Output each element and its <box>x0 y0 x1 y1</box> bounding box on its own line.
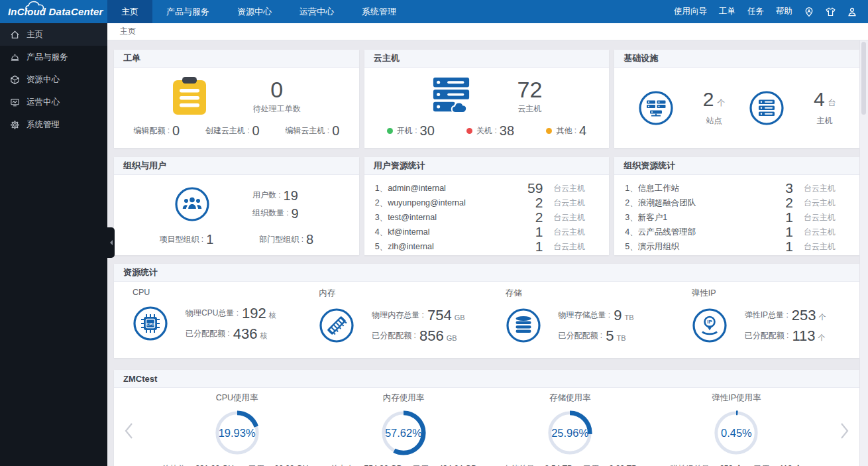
stat-org-count: 组织数量 :9 <box>252 207 299 220</box>
sites-stat: 2个 站点 <box>703 89 726 127</box>
user-account-button[interactable] <box>841 0 863 23</box>
cloudhost-status-row: 开机 :30 关机 :38 其他 :4 <box>364 124 610 148</box>
user-resources-card-title: 用户资源统计 <box>364 157 610 175</box>
org-resources-list: 1、信息工作站3台云主机 2、浪潮超融合团队2台云主机 3、新客户11台云主机 … <box>614 175 859 255</box>
sidebar-item-label: 运营中心 <box>27 97 60 108</box>
workorder-card: 工单 0 待处理工单数 编辑配额 :0 创建云主机 :0 编辑云主机 :0 <box>114 50 359 148</box>
org-resources-card: 组织资源统计 1、信息工作站3台云主机 2、浪潮超融合团队2台云主机 3、新客户… <box>614 157 859 255</box>
sites-cluster-icon <box>638 90 674 126</box>
cloudhost-total-label: 云主机 <box>517 103 543 115</box>
infrastructure-card: 基础设施 2个 站点 4台 主机 <box>614 50 859 148</box>
topnav-item-products-services[interactable]: 产品与服务 <box>152 0 223 23</box>
cloudhost-summary: 72 云主机 <box>364 68 610 124</box>
vertical-scrollbar[interactable] <box>859 40 868 466</box>
cpu-usage-percent: 19.93% <box>213 408 262 457</box>
memory-quota-line: 已分配配额 :856GB <box>372 329 464 343</box>
sidebar-item-system-management[interactable]: 系统管理 <box>0 113 107 136</box>
stat-powered-off: 关机 :38 <box>466 124 514 137</box>
sidebar-item-label: 产品与服务 <box>27 52 68 63</box>
shirt-icon <box>825 7 836 17</box>
zmctest-card-title: ZMCtest <box>114 370 859 388</box>
brand-logo-text: InCloud DataCenter <box>8 6 103 17</box>
pending-workorder-count: 0 <box>253 78 301 101</box>
carousel-prev-button[interactable] <box>125 422 133 439</box>
eip-usage-percent: 0.45% <box>712 408 761 457</box>
org-users-bottom-row: 项目型组织 :1 部门型组织 :8 <box>114 222 359 246</box>
gauge-eip-usage: 弹性IP使用率 0.45% 弹性IP总量：253 个 已用：113 个 <box>663 392 809 466</box>
resource-elastic-ip: 弹性IP IP 弹性IP总量 :253个 已分配配额 :113个 <box>673 282 859 358</box>
hosts-unit: 台 <box>828 97 836 109</box>
top-link-tasks[interactable]: 任务 <box>741 0 770 23</box>
gauge-storage-usage: 存储使用率 25.96% 存储总量：8.54 TB 已用：2.22 TB <box>497 392 643 466</box>
stat-powered-on: 开机 :30 <box>387 124 435 137</box>
carousel-next-button[interactable] <box>840 422 849 439</box>
topnav-item-resource-center[interactable]: 资源中心 <box>223 0 286 23</box>
scrollbar-thumb[interactable] <box>861 42 866 115</box>
sidebar-item-resource-center[interactable]: 资源中心 <box>0 68 107 91</box>
top-link-guide[interactable]: 使用向导 <box>668 0 713 23</box>
cloudhost-total-count: 72 <box>517 78 543 101</box>
chevron-right-icon <box>840 422 849 439</box>
gear-icon <box>10 120 20 130</box>
sidebar-collapse-handle[interactable] <box>107 227 115 258</box>
location-guide-button[interactable] <box>798 0 820 23</box>
memory-total-line: 物理内存总量 :754GB <box>372 308 464 323</box>
resources-card: 资源统计 CPU CPU 物理CPU总量 :192核 已分配配额 :436核 内… <box>114 264 859 358</box>
storage-disk-icon <box>506 308 541 343</box>
org-users-card-title: 组织与用户 <box>114 157 359 175</box>
infrastructure-body: 2个 站点 4台 主机 <box>614 68 859 148</box>
sidebar-item-home[interactable]: 主页 <box>0 23 107 46</box>
list-item: 2、wuyunpeng@internal2台云主机 <box>375 196 598 210</box>
status-on-dot <box>387 128 393 134</box>
storage-quota-line: 已分配配额 :5TB <box>559 329 634 343</box>
cloudhost-total-block: 72 云主机 <box>517 78 543 115</box>
resource-memory: 内存 物理内存总量 :754GB 已分配配额 :856GB <box>300 282 486 358</box>
elastic-ip-icon: IP <box>692 308 728 343</box>
cards-row-2: 组织与用户 用户数 :19 组织数量 :9 项目型组织 :1 部门型组织 :8 … <box>114 157 859 255</box>
resources-card-title: 资源统计 <box>114 264 859 282</box>
sidebar-item-operation-center[interactable]: 运营中心 <box>0 91 107 113</box>
svg-text:CPU: CPU <box>146 322 154 326</box>
user-resources-list: 1、admin@internal59台云主机 2、wuyunpeng@inter… <box>364 175 610 255</box>
dashboard-board: 工单 0 待处理工单数 编辑配额 :0 创建云主机 :0 编辑云主机 :0 云主… <box>114 50 859 466</box>
stat-other-status: 其他 :4 <box>546 124 586 137</box>
list-item: 1、信息工作站3台云主机 <box>625 181 847 196</box>
collapse-arrow-icon <box>107 240 113 245</box>
theme-skin-button[interactable] <box>820 0 841 23</box>
memory-usage-percent: 57.62% <box>379 408 428 457</box>
brand-logo[interactable]: InCloud DataCenter <box>0 0 107 23</box>
list-item: 1、admin@internal59台云主机 <box>375 181 598 196</box>
topbar-right-menu: 使用向导 工单 任务 帮助 <box>668 0 868 23</box>
resource-storage: 存储 物理存储总量 :9TB 已分配配额 :5TB <box>487 282 673 358</box>
topnav-item-system-management[interactable]: 系统管理 <box>348 0 410 23</box>
host-server-icon <box>749 90 785 126</box>
list-item: 5、演示用组织1台云主机 <box>625 239 847 254</box>
top-link-workorder[interactable]: 工单 <box>713 0 741 23</box>
topnav-item-operation-center[interactable]: 运营中心 <box>286 0 348 23</box>
workorder-pending-block: 0 待处理工单数 <box>253 78 301 115</box>
infrastructure-card-title: 基础设施 <box>614 50 859 68</box>
cloudhost-card: 云主机 72 云主机 开机 :30 关机 :38 其他 :4 <box>364 50 610 148</box>
gauge-cpu-usage: CPU使用率 19.93% 总赫兹：331.20 GHz 已用：66.02 GH… <box>164 392 310 466</box>
eip-total-line: 弹性IP总量 :253个 <box>745 308 826 323</box>
org-resources-card-title: 组织资源统计 <box>614 157 859 175</box>
stat-user-count: 用户数 :19 <box>252 189 299 202</box>
top-navbar: InCloud DataCenter 主页 产品与服务 资源中心 运营中心 系统… <box>0 0 868 23</box>
cpu-total-line: 物理CPU总量 :192核 <box>186 306 276 321</box>
sites-unit: 个 <box>717 97 725 109</box>
list-item: 3、新客户11台云主机 <box>625 210 847 225</box>
top-link-help[interactable]: 帮助 <box>770 0 798 23</box>
zmctest-body: CPU使用率 19.93% 总赫兹：331.20 GHz 已用：66.02 GH… <box>114 388 859 466</box>
sidebar-item-products-services[interactable]: 产品与服务 <box>0 46 107 68</box>
cube-icon <box>10 75 20 85</box>
eip-usage-stats: 弹性IP总量：253 个 已用：113 个 <box>671 463 802 466</box>
topnav-item-home[interactable]: 主页 <box>107 0 152 23</box>
breadcrumb-home[interactable]: 主页 <box>120 26 136 37</box>
cloud-server-icon <box>431 76 471 116</box>
resource-cpu: CPU CPU 物理CPU总量 :192核 已分配配额 :436核 <box>114 282 300 358</box>
status-off-dot <box>466 128 472 134</box>
workorder-stats-row: 编辑配额 :0 创建云主机 :0 编辑云主机 :0 <box>114 124 359 148</box>
svg-text:IP: IP <box>707 319 712 325</box>
gauge-memory-usage: 内存使用率 57.62% 总内存：754.32 GB 已用：434.64 GB <box>331 392 476 466</box>
main-content: 主页 工单 0 待处理工单数 编辑配额 :0 创建云主机 :0 编辑云 <box>107 23 868 466</box>
